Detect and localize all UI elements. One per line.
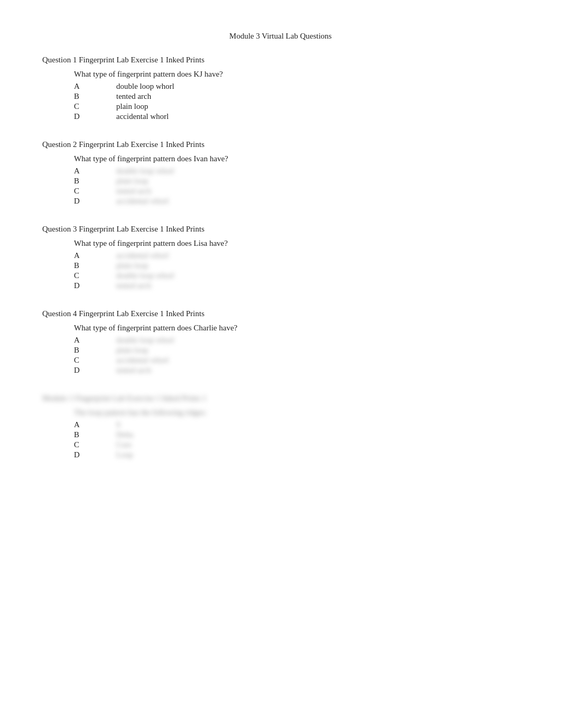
- answer-item-3-3: Cdouble loop whorl: [74, 271, 519, 280]
- answer-text-2-3: tented arch: [116, 187, 519, 196]
- answer-letter-1-1: A: [74, 82, 116, 91]
- question-header-4: Question 4 Fingerprint Lab Exercise 1 In…: [42, 309, 519, 318]
- question-text-1: What type of fingerprint pattern does KJ…: [74, 70, 519, 79]
- question-text-3: What type of fingerprint pattern does Li…: [74, 239, 519, 248]
- answer-item-1-3: Cplain loop: [74, 102, 519, 111]
- answer-item-5-3: CCore: [74, 440, 519, 449]
- answer-letter-1-4: D: [74, 112, 116, 121]
- question-block-2: Question 2 Fingerprint Lab Exercise 1 In…: [42, 140, 519, 206]
- answer-text-5-2: Delta: [116, 430, 519, 439]
- answer-list-1: Adouble loop whorlBtented archCplain loo…: [74, 82, 519, 121]
- answer-text-3-4: tented arch: [116, 281, 519, 290]
- answer-text-1-2: tented arch: [116, 92, 519, 101]
- answer-item-3-2: Bplain loop: [74, 261, 519, 270]
- answer-letter-5-2: B: [74, 430, 116, 439]
- question-block-1: Question 1 Fingerprint Lab Exercise 1 In…: [42, 56, 519, 121]
- answer-list-2: Adouble loop whorlBplain loopCtented arc…: [74, 167, 519, 206]
- answer-item-4-3: Caccidental whorl: [74, 356, 519, 365]
- answer-text-1-1: double loop whorl: [116, 82, 519, 91]
- answer-item-2-2: Bplain loop: [74, 177, 519, 186]
- answer-text-5-1: S: [116, 420, 519, 429]
- answer-text-3-2: plain loop: [116, 261, 519, 270]
- answer-text-3-1: accidental whorl: [116, 251, 519, 260]
- answer-letter-1-2: B: [74, 92, 116, 101]
- answer-list-5: ASBDeltaCCoreDLoop: [74, 420, 519, 459]
- question-block-4: Question 4 Fingerprint Lab Exercise 1 In…: [42, 309, 519, 375]
- question-text-4: What type of fingerprint pattern does Ch…: [74, 324, 519, 333]
- answer-item-1-4: Daccidental whorl: [74, 112, 519, 121]
- answer-text-5-3: Core: [116, 440, 519, 449]
- answer-letter-2-2: B: [74, 177, 116, 186]
- answer-text-2-1: double loop whorl: [116, 167, 519, 176]
- answer-item-5-2: BDelta: [74, 430, 519, 439]
- answer-text-4-3: accidental whorl: [116, 356, 519, 365]
- answer-letter-3-3: C: [74, 271, 116, 280]
- question-text-5: The loop pattern has the following ridge…: [74, 408, 519, 417]
- answer-letter-4-3: C: [74, 356, 116, 365]
- answer-letter-3-1: A: [74, 251, 116, 260]
- answer-text-1-4: accidental whorl: [116, 112, 519, 121]
- question-header-1: Question 1 Fingerprint Lab Exercise 1 In…: [42, 56, 519, 64]
- answer-letter-1-3: C: [74, 102, 116, 111]
- answer-letter-4-4: D: [74, 366, 116, 375]
- answer-text-1-3: plain loop: [116, 102, 519, 111]
- answer-item-1-1: Adouble loop whorl: [74, 82, 519, 91]
- answer-text-4-1: double loop whorl: [116, 336, 519, 345]
- answer-letter-2-3: C: [74, 187, 116, 196]
- answer-letter-2-4: D: [74, 197, 116, 206]
- answer-item-5-1: AS: [74, 420, 519, 429]
- answer-letter-4-1: A: [74, 336, 116, 345]
- question-header-2: Question 2 Fingerprint Lab Exercise 1 In…: [42, 140, 519, 149]
- answer-letter-5-3: C: [74, 440, 116, 449]
- question-block-5: Module 1 Fingerprint Lab Exercise 1 Inke…: [42, 394, 519, 459]
- answer-item-1-2: Btented arch: [74, 92, 519, 101]
- answer-item-2-4: Daccidental whorl: [74, 197, 519, 206]
- answer-letter-3-2: B: [74, 261, 116, 270]
- answer-item-4-4: Dtented arch: [74, 366, 519, 375]
- answer-letter-3-4: D: [74, 281, 116, 290]
- question-header-5: Module 1 Fingerprint Lab Exercise 1 Inke…: [42, 394, 519, 403]
- answer-letter-5-4: D: [74, 450, 116, 459]
- answer-item-3-4: Dtented arch: [74, 281, 519, 290]
- answer-item-3-1: Aaccidental whorl: [74, 251, 519, 260]
- answer-text-4-2: plain loop: [116, 346, 519, 355]
- answer-letter-5-1: A: [74, 420, 116, 429]
- answer-item-4-2: Bplain loop: [74, 346, 519, 355]
- answer-text-2-4: accidental whorl: [116, 197, 519, 206]
- answer-letter-2-1: A: [74, 167, 116, 176]
- answer-item-5-4: DLoop: [74, 450, 519, 459]
- answer-text-3-3: double loop whorl: [116, 271, 519, 280]
- question-text-2: What type of fingerprint pattern does Iv…: [74, 154, 519, 163]
- answer-item-2-1: Adouble loop whorl: [74, 167, 519, 176]
- answer-item-2-3: Ctented arch: [74, 187, 519, 196]
- question-block-3: Question 3 Fingerprint Lab Exercise 1 In…: [42, 225, 519, 290]
- answer-letter-4-2: B: [74, 346, 116, 355]
- question-header-3: Question 3 Fingerprint Lab Exercise 1 In…: [42, 225, 519, 234]
- answer-text-4-4: tented arch: [116, 366, 519, 375]
- answer-text-5-4: Loop: [116, 450, 519, 459]
- answer-list-4: Adouble loop whorlBplain loopCaccidental…: [74, 336, 519, 375]
- answer-item-4-1: Adouble loop whorl: [74, 336, 519, 345]
- page-title: Module 3 Virtual Lab Questions: [42, 32, 519, 41]
- answer-text-2-2: plain loop: [116, 177, 519, 186]
- answer-list-3: Aaccidental whorlBplain loopCdouble loop…: [74, 251, 519, 290]
